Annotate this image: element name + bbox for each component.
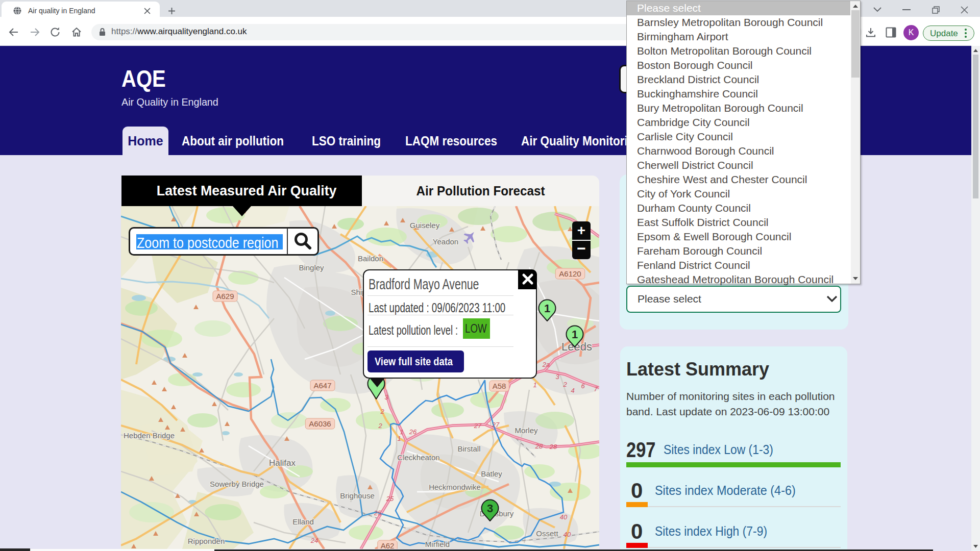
svg-text:26: 26 <box>409 428 417 436</box>
svg-text:A62: A62 <box>381 541 395 549</box>
svg-text:27: 27 <box>492 421 500 429</box>
svg-text:27: 27 <box>474 422 482 430</box>
svg-text:25: 25 <box>386 495 394 503</box>
svg-text:28: 28 <box>549 443 557 450</box>
svg-text:Elland: Elland <box>292 517 314 526</box>
svg-text:Halifax: Halifax <box>269 458 296 468</box>
svg-text:Batley: Batley <box>481 469 502 478</box>
svg-text:40: 40 <box>560 513 568 521</box>
svg-text:40: 40 <box>564 531 571 538</box>
svg-text:Bingley: Bingley <box>299 263 324 272</box>
svg-text:Guiseley: Guiseley <box>410 221 440 230</box>
svg-text:25: 25 <box>374 509 382 517</box>
svg-text:Cleckheaton: Cleckheaton <box>397 453 439 462</box>
svg-text:A6120: A6120 <box>559 269 581 278</box>
svg-text:Baildon: Baildon <box>358 254 383 263</box>
svg-text:1: 1 <box>544 302 550 315</box>
svg-text:Yeadon: Yeadon <box>433 237 458 246</box>
svg-text:1: 1 <box>533 381 536 389</box>
svg-text:3: 3 <box>555 373 559 381</box>
svg-text:A6036: A6036 <box>309 419 331 428</box>
svg-text:2: 2 <box>562 381 567 388</box>
svg-text:6: 6 <box>581 382 585 390</box>
svg-text:3: 3 <box>487 502 493 515</box>
svg-text:Mirfield: Mirfield <box>425 540 450 548</box>
svg-text:28: 28 <box>535 442 543 450</box>
svg-text:Birstall: Birstall <box>457 444 480 453</box>
svg-text:24: 24 <box>310 537 318 544</box>
svg-text:1: 1 <box>397 435 401 442</box>
svg-text:2: 2 <box>378 422 382 430</box>
svg-text:Ossett: Ossett <box>536 529 558 538</box>
svg-text:1: 1 <box>572 328 578 341</box>
svg-text:4: 4 <box>571 387 574 394</box>
svg-text:Sowerby Bridge: Sowerby Bridge <box>210 480 264 488</box>
svg-text:Brighouse: Brighouse <box>340 491 375 500</box>
svg-text:2a: 2a <box>542 361 550 368</box>
svg-text:7: 7 <box>594 385 598 393</box>
svg-text:Ripponden: Ripponden <box>188 537 225 545</box>
svg-text:A629: A629 <box>216 292 234 300</box>
svg-text:A647: A647 <box>313 381 331 390</box>
svg-text:2: 2 <box>380 408 384 415</box>
svg-text:Morley: Morley <box>514 426 538 435</box>
svg-text:A58: A58 <box>493 382 506 390</box>
svg-text:Heckmondwike: Heckmondwike <box>429 483 481 491</box>
svg-text:Hebden Bridge: Hebden Bridge <box>124 431 175 440</box>
